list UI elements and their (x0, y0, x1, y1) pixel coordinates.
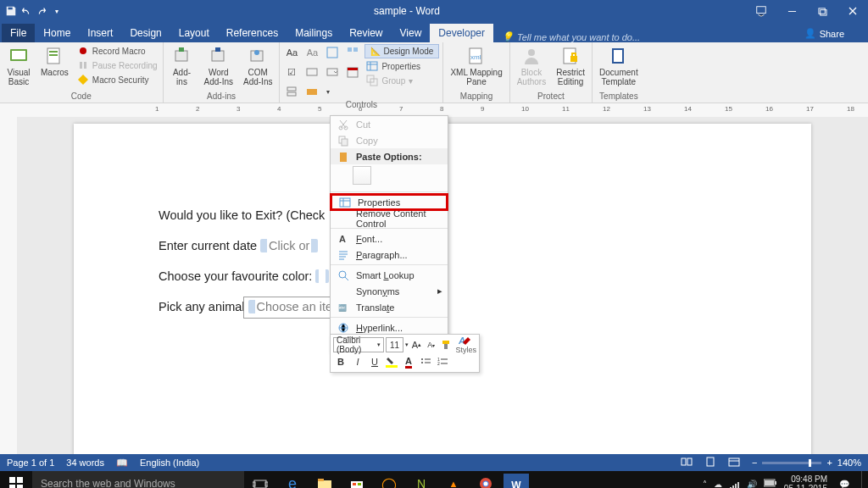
date-content-control[interactable]: Click or (260, 239, 318, 252)
maximize-button[interactable] (807, 0, 837, 22)
combobox-control-icon[interactable] (303, 64, 320, 80)
view-read-icon[interactable] (681, 456, 693, 469)
design-mode-button[interactable]: 📐 Design Mode (364, 44, 439, 58)
tell-me-box[interactable]: 💡 Tell me what you want to do... (502, 31, 640, 42)
ctx-smart-lookup[interactable]: Smart Lookup (331, 267, 448, 283)
record-macro-button[interactable]: Record Macro (75, 44, 159, 58)
view-print-icon[interactable] (704, 456, 716, 469)
ctx-properties[interactable]: Properties (331, 194, 448, 210)
status-language[interactable]: English (India) (140, 458, 199, 468)
tray-network-icon[interactable] (729, 478, 740, 489)
qat-customize-icon[interactable]: ▾ (51, 5, 63, 17)
ctx-paste-option-keep[interactable] (331, 164, 448, 190)
minimize-button[interactable] (776, 0, 807, 22)
tab-design[interactable]: Design (121, 24, 170, 42)
save-icon[interactable] (5, 5, 17, 17)
grow-font-icon[interactable]: A▴ (410, 337, 423, 352)
checkbox-control-icon[interactable]: ☑ (283, 64, 300, 80)
tab-view[interactable]: View (392, 24, 431, 42)
tray-volume-icon[interactable]: 🔊 (747, 480, 757, 489)
bullets-icon[interactable] (418, 354, 433, 369)
vertical-ruler[interactable] (0, 117, 17, 454)
spellcheck-icon[interactable]: 📖 (116, 458, 128, 469)
tray-battery-icon[interactable] (764, 479, 777, 488)
visual-basic-button[interactable]: Visual Basic (3, 44, 34, 88)
tab-home[interactable]: Home (35, 24, 79, 42)
taskbar-notepadpp-icon[interactable]: N (405, 471, 437, 488)
zoom-control[interactable]: − + 140% (752, 458, 861, 468)
restrict-editing-button[interactable]: Restrict Editing (553, 44, 588, 88)
ctx-paragraph[interactable]: Paragraph... (331, 247, 448, 263)
ribbon-options-icon[interactable] (746, 0, 776, 22)
xml-mapping-button[interactable]: xmlXML Mapping Pane (447, 44, 505, 88)
taskbar-chrome-icon[interactable] (470, 471, 502, 488)
taskbar-search[interactable]: Search the web and Windows (32, 471, 244, 488)
taskbar-firefox-icon[interactable]: ◯ (373, 471, 405, 488)
zoom-value[interactable]: 140% (837, 458, 861, 468)
italic-icon[interactable]: I (350, 354, 365, 369)
show-desktop-button[interactable] (861, 471, 865, 488)
svg-text:🔤: 🔤 (338, 303, 347, 312)
status-page[interactable]: Page 1 of 1 (7, 458, 54, 468)
tab-references[interactable]: References (218, 24, 287, 42)
tab-review[interactable]: Review (341, 24, 391, 42)
tab-layout[interactable]: Layout (170, 24, 218, 42)
picture-control-icon[interactable] (324, 44, 341, 61)
font-name-combo[interactable]: Calibri (Body)▾ (333, 337, 384, 352)
macros-button[interactable]: Macros (37, 44, 72, 79)
zoom-in-icon[interactable]: + (826, 458, 832, 468)
dropdown-control-icon[interactable] (324, 64, 341, 80)
font-size-combo[interactable]: 11 (386, 337, 403, 352)
font-color-icon[interactable]: A (401, 354, 416, 369)
document-template-button[interactable]: Document Template (596, 44, 642, 88)
tab-file[interactable]: File (2, 24, 35, 42)
tray-notifications-icon[interactable]: 💬 (839, 480, 849, 489)
legacy-tools-dropdown-icon[interactable]: ▾ (324, 83, 332, 100)
tab-insert[interactable]: Insert (79, 24, 121, 42)
undo-icon[interactable] (20, 5, 32, 17)
macro-security-button[interactable]: Macro Security (75, 73, 159, 86)
share-button[interactable]: 👤 Share (798, 25, 851, 42)
styles-icon[interactable]: A (459, 336, 474, 346)
tray-onedrive-icon[interactable]: ☁ (714, 480, 722, 489)
tray-clock[interactable]: 09:48 PM05-11-2015 (784, 474, 827, 488)
plain-text-control-icon[interactable]: Aa (303, 44, 320, 61)
highlight-icon[interactable] (384, 354, 399, 369)
color-content-control[interactable] (315, 269, 329, 283)
taskbar-store-icon[interactable] (341, 471, 373, 488)
taskbar-vlc-icon[interactable]: ▲ (437, 471, 470, 488)
taskbar-word-icon[interactable]: W (504, 474, 529, 488)
ctx-translate[interactable]: 🔤Translate (331, 299, 448, 315)
start-button[interactable] (0, 471, 32, 488)
tab-developer[interactable]: Developer (430, 24, 493, 42)
ctx-remove-content-control[interactable]: Remove Content Control (331, 210, 448, 226)
tray-show-hidden-icon[interactable]: ˄ (703, 480, 707, 489)
shrink-font-icon[interactable]: A▾ (425, 337, 437, 352)
word-addins-button[interactable]: Word Add-Ins (201, 44, 236, 88)
building-block-control-icon[interactable] (344, 44, 361, 61)
format-painter-icon[interactable] (439, 337, 452, 352)
addins-button[interactable]: Add- ins (167, 44, 198, 88)
task-view-icon[interactable] (244, 471, 276, 488)
legacy-tools-icon[interactable] (303, 83, 320, 100)
zoom-out-icon[interactable]: − (752, 458, 757, 468)
close-button[interactable] (837, 0, 868, 22)
tab-mailings[interactable]: Mailings (287, 24, 341, 42)
taskbar-edge-icon[interactable]: e (276, 471, 309, 488)
com-addins-button[interactable]: COM Add-Ins (240, 44, 275, 88)
underline-icon[interactable]: U (367, 354, 382, 369)
status-words[interactable]: 34 words (66, 458, 104, 468)
rich-text-control-icon[interactable]: Aa (283, 44, 300, 61)
ctx-paste-options-header: Paste Options: (331, 148, 448, 164)
ctx-synonyms[interactable]: Synonyms▸ (331, 283, 448, 299)
redo-icon[interactable] (36, 5, 47, 17)
numbering-icon[interactable]: 12 (435, 354, 450, 369)
properties-button[interactable]: Properties (364, 59, 439, 73)
date-picker-control-icon[interactable] (344, 64, 361, 80)
ctx-font[interactable]: AFFont...ont... (331, 230, 448, 247)
repeating-control-icon[interactable] (283, 83, 300, 100)
svg-rect-60 (729, 458, 739, 466)
view-web-icon[interactable] (728, 456, 740, 469)
bold-icon[interactable]: B (333, 354, 348, 369)
taskbar-explorer-icon[interactable] (309, 471, 341, 488)
